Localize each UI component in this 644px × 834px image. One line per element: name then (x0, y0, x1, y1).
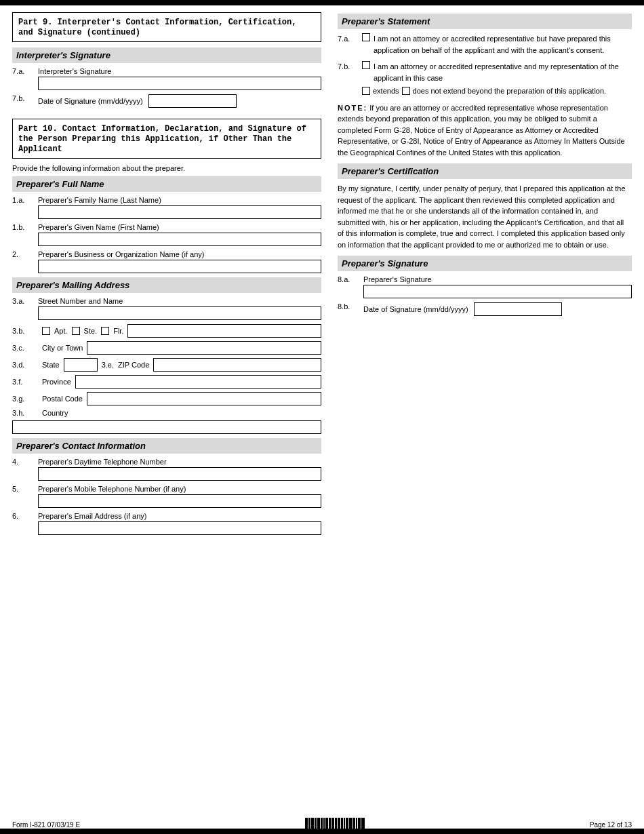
stmt-7b-does-not-label: does not extend beyond the preparation o… (413, 85, 607, 97)
cert-text-content: By my signature, I certify, under penalt… (338, 184, 626, 249)
city-town-input[interactable] (87, 341, 321, 355)
top-bar (0, 0, 644, 5)
form-id: Form I-821 07/03/19 E (12, 821, 80, 829)
email-address-input[interactable] (38, 521, 321, 535)
ste-label: Ste. (84, 327, 98, 335)
field-3e-sublabel: ZIP Code (118, 361, 149, 369)
field-8b-row: 8.b. Date of Signature (mm/dd/yyyy) (338, 302, 632, 316)
field-3e-label: 3.e. (102, 361, 114, 369)
stmt-7a-text: I am not an attorney or accredited repre… (374, 33, 632, 56)
field-8b-label: 8.b. (338, 302, 363, 311)
state-input[interactable] (64, 358, 98, 372)
field-8a-content: Preparer's Signature (363, 275, 632, 298)
interpreter-signature-input[interactable] (38, 77, 321, 90)
zip-code-input[interactable] (153, 358, 321, 372)
note-section: NOTE: If you are an attorney or accredit… (338, 102, 632, 159)
flr-label: Flr. (113, 327, 123, 335)
field-1a-content: Preparer's Family Name (Last Name) (38, 196, 321, 219)
page-label: Page 12 of 13 (590, 821, 632, 829)
field-3g-row: 3.g. Postal Code (12, 392, 321, 405)
field-6-label: 6. (12, 512, 38, 520)
preparer-signature-input[interactable] (363, 285, 632, 298)
field-3a-content: Street Number and Name (38, 297, 321, 320)
field-3c-row: 3.c. City or Town (12, 341, 321, 355)
field-3a-sublabel: Street Number and Name (38, 297, 321, 305)
field-1b-sublabel: Preparer's Given Name (First Name) (38, 223, 321, 231)
part9-title: Part 9. Interpreter's Contact Informatio… (18, 18, 296, 37)
field-3a-label: 3.a. (12, 297, 38, 305)
field-3b-label: 3.b. (12, 327, 38, 335)
part10-box: Part 10. Contact Information, Declaratio… (12, 119, 321, 159)
note-text-content: If you are an attorney or accredited rep… (338, 104, 625, 157)
field-7a-content: Interpreter's Signature (38, 67, 321, 90)
field-6-row: 6. Preparer's Email Address (if any) (12, 512, 321, 535)
stmt-7a-row: 7.a. I am not an attorney or accredited … (338, 33, 632, 56)
provide-text: Provide the following information about … (12, 164, 321, 172)
preparers-statement-header: Preparer's Statement (338, 14, 632, 29)
field-7a-label: 7.a. (12, 67, 38, 75)
field-3c-label: 3.c. (12, 344, 38, 352)
field-4-row: 4. Preparer's Daytime Telephone Number (12, 458, 321, 481)
stmt-7b-extends-checkbox[interactable] (362, 87, 370, 95)
field-3f-label: 3.f. (12, 378, 38, 386)
field-7a-row: 7.a. Interpreter's Signature (12, 67, 321, 90)
field-3g-sublabel: Postal Code (42, 395, 83, 403)
field-8a-row: 8.a. Preparer's Signature (338, 275, 632, 298)
field-7b-label: 7.b. (12, 94, 38, 102)
field-2-row: 2. Preparer's Business or Organization N… (12, 250, 321, 273)
field-1b-label: 1.b. (12, 223, 38, 231)
right-column: Preparer's Statement 7.a. I am not an at… (331, 12, 632, 539)
country-input[interactable] (12, 420, 321, 434)
field-8a-label: 8.a. (338, 275, 363, 283)
apt-checkbox[interactable] (42, 327, 50, 335)
preparers-signature-header-right: Preparer's Signature (338, 256, 632, 271)
left-column: Part 9. Interpreter's Contact Informatio… (12, 12, 331, 539)
preparer-date-input[interactable] (474, 302, 562, 316)
preparers-certification-header: Preparer's Certification (338, 163, 632, 179)
field-1a-row: 1.a. Preparer's Family Name (Last Name) (12, 196, 321, 219)
stmt-7a-checkbox[interactable] (362, 33, 370, 41)
preparer-given-name-input[interactable] (38, 233, 321, 246)
field-3d-label: 3.d. (12, 361, 38, 369)
street-number-name-input[interactable] (38, 306, 321, 320)
field-3c-sublabel: City or Town (42, 344, 83, 352)
field-3h-label: 3.h. (12, 409, 38, 417)
field-3b-row: 3.b. Apt. Ste. Flr. (12, 324, 321, 338)
flr-checkbox[interactable] (101, 327, 109, 335)
field-3h-sublabel: Country (42, 409, 68, 417)
stmt-7b-row: 7.b. I am an attorney or accredited repr… (338, 61, 632, 97)
bottom-bar (0, 829, 644, 834)
mobile-phone-input[interactable] (38, 494, 321, 508)
daytime-phone-input[interactable] (38, 467, 321, 481)
field-3f-sublabel: Province (42, 378, 71, 386)
field-8b-content: Date of Signature (mm/dd/yyyy) (363, 302, 632, 316)
preparers-mailing-header: Preparer's Mailing Address (12, 277, 321, 293)
field-8b-sublabel: Date of Signature (mm/dd/yyyy) (363, 305, 468, 313)
field-5-sublabel: Preparer's Mobile Telephone Number (if a… (38, 485, 321, 493)
preparer-family-name-input[interactable] (38, 205, 321, 219)
cert-text: By my signature, I certify, under penalt… (338, 183, 632, 250)
field-3a-row: 3.a. Street Number and Name (12, 297, 321, 320)
apt-ste-flr-input[interactable] (127, 324, 321, 338)
field-6-sublabel: Preparer's Email Address (if any) (38, 512, 321, 520)
preparers-full-name-header: Preparer's Full Name (12, 176, 321, 192)
part9-box: Part 9. Interpreter's Contact Informatio… (12, 12, 321, 42)
field-3d-sublabel: State (42, 361, 60, 369)
stmt-7b-number: 7.b. (338, 61, 358, 73)
field-1a-label: 1.a. (12, 196, 38, 204)
field-3d-3e-row: 3.d. State 3.e. ZIP Code (12, 358, 321, 372)
province-input[interactable] (75, 375, 321, 389)
field-5-content: Preparer's Mobile Telephone Number (if a… (38, 485, 321, 508)
field-7a-sublabel: Interpreter's Signature (38, 67, 321, 75)
field-5-label: 5. (12, 485, 38, 493)
ste-checkbox[interactable] (72, 327, 80, 335)
field-6-content: Preparer's Email Address (if any) (38, 512, 321, 535)
preparer-business-name-input[interactable] (38, 260, 321, 273)
stmt-7b-checkbox[interactable] (362, 61, 370, 69)
field-2-label: 2. (12, 250, 38, 258)
field-7b-row: 7.b. Date of Signature (mm/dd/yyyy) (12, 94, 321, 108)
interpreter-date-input[interactable] (148, 94, 237, 108)
stmt-7b-does-not-checkbox[interactable] (402, 87, 410, 95)
stmt-7b-text-1: I am an attorney or accredited represent… (374, 61, 632, 83)
postal-code-input[interactable] (87, 392, 321, 405)
